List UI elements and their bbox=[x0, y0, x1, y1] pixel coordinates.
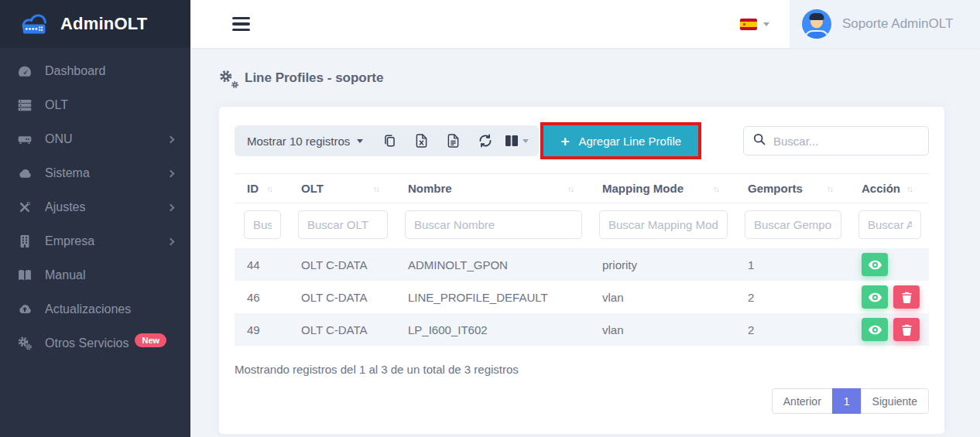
delete-button[interactable] bbox=[893, 285, 920, 309]
line-profiles-table: ID↑↓ OLT↑↓ Nombre↑↓ Mapping Mode↑↓ Gempo… bbox=[235, 173, 929, 346]
page-length-dropdown[interactable]: Mostrar 10 registros bbox=[247, 135, 374, 148]
global-search bbox=[743, 126, 929, 155]
line-profiles-card: Mostrar 10 registros bbox=[219, 107, 944, 434]
book-icon bbox=[15, 268, 34, 283]
column-header-id[interactable]: ID↑↓ bbox=[235, 174, 289, 203]
filter-id-input[interactable] bbox=[244, 210, 281, 239]
language-dropdown[interactable] bbox=[720, 19, 790, 30]
user-name: Soporte AdminOLT bbox=[842, 16, 953, 32]
filter-nombre-input[interactable] bbox=[405, 210, 582, 239]
cloud-switch-logo-icon bbox=[17, 9, 53, 39]
column-header-accion[interactable]: Acción↑↓ bbox=[849, 174, 929, 203]
column-header-mapping-mode[interactable]: Mapping Mode↑↓ bbox=[590, 174, 735, 203]
sidebar-item-actualizaciones[interactable]: Actualizaciones bbox=[0, 292, 190, 326]
sort-icon: ↑↓ bbox=[567, 184, 584, 193]
add-line-profile-button[interactable]: + Agregar Line Profile bbox=[543, 125, 698, 156]
records-summary: Mostrando registros del 1 al 3 de un tot… bbox=[235, 363, 929, 376]
column-header-olt[interactable]: OLT↑↓ bbox=[289, 174, 396, 203]
pagination-page-1-button[interactable]: 1 bbox=[832, 388, 862, 414]
content-area: Line Profiles - soporte Mostrar 10 regis… bbox=[190, 48, 980, 437]
refresh-button[interactable] bbox=[469, 125, 501, 156]
sidebar-item-olt[interactable]: OLT bbox=[0, 88, 190, 122]
app-logo[interactable]: AdminOLT bbox=[0, 0, 190, 48]
table-row: 49 OLT C-DATA LP_I600_IT602 vlan 2 bbox=[235, 313, 929, 346]
avatar bbox=[802, 9, 831, 39]
tools-strip: Mostrar 10 registros bbox=[235, 125, 539, 156]
sidebar-item-manual[interactable]: Manual bbox=[0, 258, 190, 292]
table-row: 46 OLT C-DATA LINE_PROFILE_DEFAULT vlan … bbox=[235, 281, 929, 313]
dashboard-icon bbox=[15, 63, 34, 79]
cloud-icon bbox=[15, 166, 34, 181]
plus-icon: + bbox=[560, 134, 569, 149]
cloud-upload-icon bbox=[15, 302, 34, 317]
sort-icon: ↑↓ bbox=[906, 184, 923, 193]
sidebar-nav: Dashboard OLT ONU Sistema Ajus bbox=[0, 48, 190, 360]
new-badge: New bbox=[135, 333, 166, 347]
pagination-prev-button[interactable]: Anterior bbox=[772, 388, 833, 414]
filter-row bbox=[235, 203, 929, 249]
caret-down-icon bbox=[357, 139, 363, 143]
table-toolbar: Mostrar 10 registros bbox=[235, 122, 929, 159]
copy-button[interactable] bbox=[374, 125, 406, 156]
app-name: AdminOLT bbox=[60, 14, 147, 34]
tools-icon bbox=[15, 200, 34, 215]
view-button[interactable] bbox=[862, 253, 888, 276]
building-icon bbox=[15, 234, 34, 249]
user-menu[interactable]: Soporte AdminOLT bbox=[790, 0, 980, 48]
filter-gemports-input[interactable] bbox=[745, 210, 841, 239]
spanish-flag-icon bbox=[740, 19, 757, 30]
device-icon bbox=[15, 131, 34, 147]
filter-accion-input[interactable] bbox=[858, 210, 921, 239]
search-input[interactable] bbox=[773, 135, 919, 148]
search-icon bbox=[753, 133, 766, 149]
table-row: 44 OLT C-DATA ADMINOLT_GPON priority 1 bbox=[235, 248, 929, 281]
cogs-icon bbox=[219, 70, 238, 87]
filter-olt-input[interactable] bbox=[298, 210, 388, 239]
gears-icon bbox=[15, 336, 34, 351]
column-header-nombre[interactable]: Nombre↑↓ bbox=[396, 174, 590, 203]
export-excel-button[interactable] bbox=[406, 125, 437, 156]
pagination-next-button[interactable]: Siguiente bbox=[861, 388, 929, 414]
page-title: Line Profiles - soporte bbox=[219, 70, 944, 87]
chevron-right-icon bbox=[167, 203, 175, 211]
pagination: Anterior 1 Siguiente bbox=[235, 388, 929, 414]
sidebar-item-onu[interactable]: ONU bbox=[0, 122, 190, 156]
view-button[interactable] bbox=[862, 318, 888, 341]
caret-down-icon bbox=[523, 139, 529, 143]
column-header-gemports[interactable]: Gemports↑↓ bbox=[735, 174, 849, 203]
sort-icon: ↑↓ bbox=[266, 184, 283, 193]
delete-button[interactable] bbox=[893, 318, 920, 341]
chevron-right-icon bbox=[167, 169, 175, 177]
filter-mapping-mode-input[interactable] bbox=[599, 210, 728, 239]
sidebar-item-ajustes[interactable]: Ajustes bbox=[0, 190, 190, 224]
view-button[interactable] bbox=[862, 285, 888, 309]
menu-toggle-button[interactable] bbox=[232, 17, 250, 32]
sidebar: AdminOLT Dashboard OLT ONU Sistema bbox=[0, 0, 190, 437]
topbar: Soporte AdminOLT bbox=[190, 0, 980, 48]
sidebar-item-empresa[interactable]: Empresa bbox=[0, 224, 190, 258]
sort-icon: ↑↓ bbox=[827, 184, 843, 193]
column-visibility-button[interactable] bbox=[501, 125, 533, 156]
caret-down-icon bbox=[763, 22, 769, 26]
red-highlight-box: + Agregar Line Profile bbox=[540, 122, 701, 159]
server-stack-icon bbox=[15, 97, 34, 113]
chevron-right-icon bbox=[167, 237, 175, 245]
sidebar-item-sistema[interactable]: Sistema bbox=[0, 156, 190, 190]
sort-icon: ↑↓ bbox=[713, 184, 729, 193]
sort-icon: ↑↓ bbox=[373, 184, 389, 193]
chevron-right-icon bbox=[167, 135, 175, 143]
sidebar-item-dashboard[interactable]: Dashboard bbox=[0, 54, 190, 88]
export-file-button[interactable] bbox=[437, 125, 469, 156]
sidebar-item-otros-servicios[interactable]: Otros Servicios New bbox=[0, 326, 190, 360]
